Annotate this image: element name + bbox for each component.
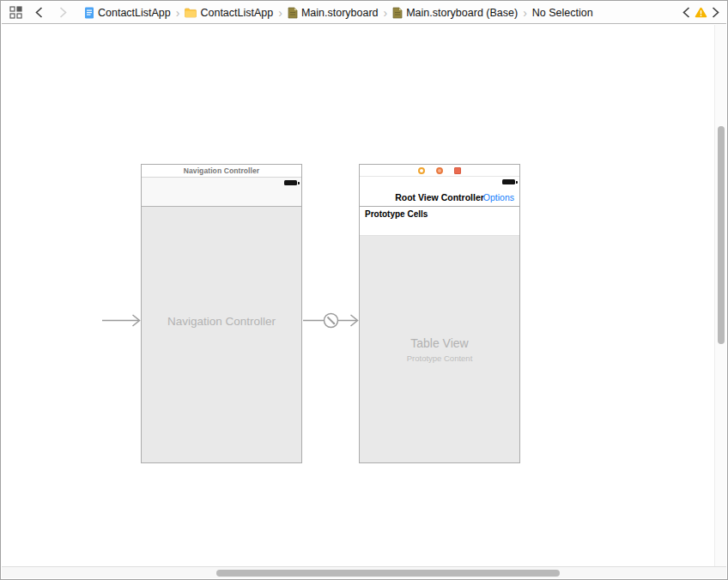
scene-title-label: Navigation Controller [184,166,260,175]
breadcrumb-label: ContactListApp [200,7,273,19]
navigation-bar[interactable]: Root View Controller Options [360,189,519,207]
next-issue-icon[interactable] [712,7,719,18]
navigation-controller-view[interactable]: Navigation Controller [142,207,301,462]
breadcrumb-no-selection[interactable]: No Selection [532,7,593,19]
vertical-scrollbar-track [714,25,726,566]
horizontal-scrollbar-track [2,566,726,578]
related-items-icon[interactable] [8,5,23,21]
prototype-table-cell[interactable] [360,221,519,236]
scene-title-bar[interactable]: Navigation Controller [142,165,301,178]
previous-issue-icon[interactable] [682,7,690,18]
project-file-icon [84,7,94,19]
scene-dock [360,165,519,177]
issue-navigator-controls [682,7,719,18]
breadcrumb-storyboard-base[interactable]: Main.storyboard (Base) [392,7,518,19]
options-bar-button[interactable]: Options [483,189,514,205]
prototype-cells-label: Prototype Cells [365,209,428,219]
forward-button-icon[interactable] [56,6,70,20]
breadcrumb-separator: › [278,6,282,20]
warning-icon[interactable] [695,7,707,18]
navigation-controller-scene[interactable]: Navigation Controller Navigation Control… [141,164,302,463]
storyboard-canvas[interactable] [2,25,714,566]
breadcrumb-label: Main.storyboard [301,7,379,19]
storyboard-file-icon [392,7,403,19]
view-controller-icon[interactable] [418,167,425,174]
breadcrumb-separator: › [384,6,388,20]
battery-icon [502,179,515,184]
navigation-controller-placeholder-label: Navigation Controller [167,315,276,328]
status-bar [360,177,519,189]
breadcrumb-label: ContactListApp [98,7,171,19]
back-button-icon[interactable] [32,6,46,20]
storyboard-file-icon [288,7,298,19]
breadcrumb-separator: › [523,6,527,20]
horizontal-scrollbar-thumb[interactable] [216,570,560,577]
folder-icon [185,8,197,18]
prototype-cells-header: Prototype Cells [360,207,519,221]
breadcrumb-label: No Selection [532,7,593,19]
breadcrumb-project[interactable]: ContactListApp [84,7,171,19]
prototype-content-label: Prototype Content [407,353,473,363]
breadcrumb-folder[interactable]: ContactListApp [185,7,273,19]
xcode-interface-builder-window: ContactListApp › ContactListApp › [0,0,728,580]
breadcrumb: ContactListApp › ContactListApp › [84,6,593,20]
breadcrumb-separator: › [176,6,180,20]
navigation-item-title: Root View Controller [395,192,484,202]
breadcrumb-label: Main.storyboard (Base) [406,7,518,19]
table-view-placeholder-label: Table View [410,336,468,350]
jump-bar: ContactListApp › ContactListApp › [2,2,726,24]
table-view[interactable]: Table View Prototype Content [360,236,519,462]
exit-icon[interactable] [454,167,461,174]
root-view-controller-scene[interactable]: Root View Controller Options Prototype C… [359,164,520,463]
navigation-bar[interactable] [142,178,301,207]
battery-icon [284,180,297,185]
first-responder-icon[interactable] [436,167,443,174]
breadcrumb-storyboard[interactable]: Main.storyboard [288,7,379,19]
vertical-scrollbar-thumb[interactable] [718,126,725,344]
